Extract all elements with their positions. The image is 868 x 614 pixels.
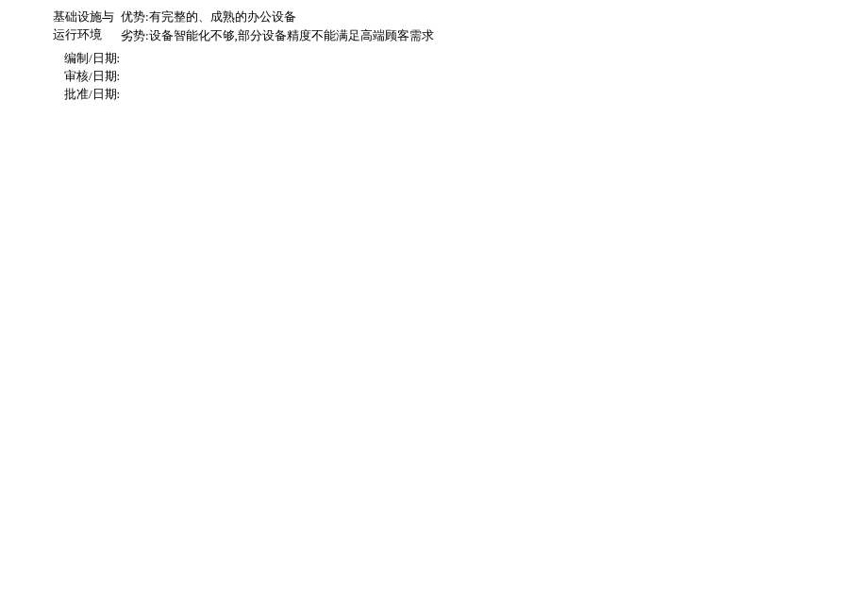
category-label: 基础设施与 运行环境 bbox=[53, 8, 121, 43]
advantage-text: 优势:有完整的、成熟的办公设备 bbox=[121, 8, 434, 25]
signature-block: 编制/日期: 审核/日期: 批准/日期: bbox=[64, 49, 868, 103]
category-line2: 运行环境 bbox=[53, 25, 121, 43]
section-row: 基础设施与 运行环境 优势:有完整的、成熟的办公设备 劣势:设备智能化不够,部分… bbox=[53, 8, 868, 44]
disadvantage-text: 劣势:设备智能化不够,部分设备精度不能满足高端顾客需求 bbox=[121, 26, 434, 44]
prepared-by-line: 编制/日期: bbox=[64, 49, 868, 67]
approved-by-line: 批准/日期: bbox=[64, 85, 868, 103]
reviewed-by-line: 审核/日期: bbox=[64, 67, 868, 85]
content-column: 优势:有完整的、成熟的办公设备 劣势:设备智能化不够,部分设备精度不能满足高端顾… bbox=[121, 8, 434, 44]
category-line1: 基础设施与 bbox=[53, 8, 121, 25]
